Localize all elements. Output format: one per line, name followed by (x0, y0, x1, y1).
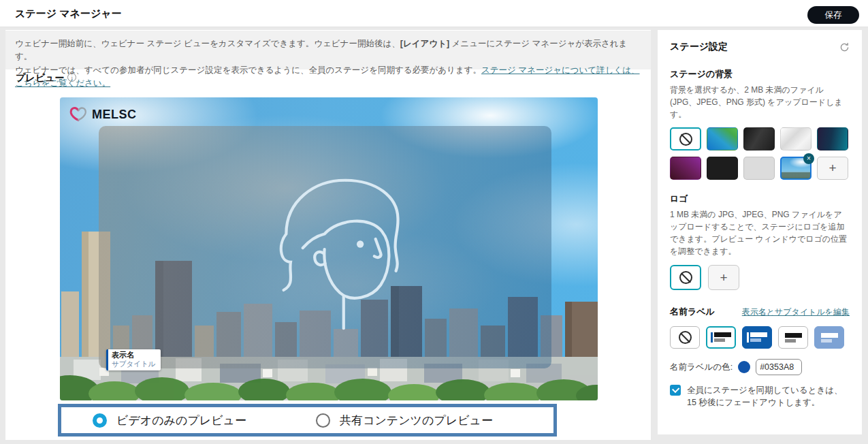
background-thumbnail-grid: × + (670, 127, 850, 180)
fadeout-checkbox-label: 全員にステージを同期しているときは、15 秒後にフェードアウトします。 (687, 384, 850, 409)
radio-unselected-icon[interactable] (316, 413, 330, 428)
logo-button-row: + (670, 265, 850, 290)
label-style-none-button[interactable] (670, 326, 700, 349)
background-blue-green-thumb[interactable] (707, 127, 738, 150)
stage-preview[interactable]: MELSC 表示名 サブタイトル (60, 97, 598, 400)
top-bar: ステージ マネージャー 保存 (0, 0, 868, 27)
save-button[interactable]: 保存 (807, 6, 859, 24)
info-line-1: ウェビナー開始前に、ウェビナー ステージ ビューをカスタマイズできます。ウェビナ… (15, 37, 640, 64)
fadeout-checkbox-row: 全員にステージを同期しているときは、15 秒後にフェードアウトします。 (670, 384, 850, 409)
layout-menu-emphasis: [レイアウト] (400, 39, 449, 48)
no-logo-icon (679, 271, 692, 284)
no-background-icon (679, 133, 692, 146)
name-label-heading: 名前ラベル (670, 306, 715, 318)
add-logo-button[interactable]: + (708, 265, 739, 290)
background-dark-wave-thumb[interactable] (743, 127, 775, 150)
radio-selected-icon[interactable] (93, 413, 107, 428)
melsc-heart-icon (69, 106, 87, 123)
remove-background-icon[interactable]: × (803, 153, 814, 164)
background-white-silk-thumb[interactable] (780, 127, 811, 150)
background-black-thumb[interactable] (707, 157, 738, 180)
name-label-header-row: 名前ラベル 表示名とサブタイトルを編集 (670, 306, 850, 318)
stage-logo-text: MELSC (92, 108, 137, 122)
info-line-2: ウェビナーでは、すべての参加者が同じステージ設定を表示できるように、全員のステー… (15, 64, 640, 91)
preview-mode-selector: ビデオのみのプレビュー 共有コンテンツのプレビュー (58, 404, 557, 437)
name-label-color-row: 名前ラベルの色: (670, 359, 850, 375)
panel-title: ステージ設定 (670, 41, 728, 53)
background-city-thumb-selected[interactable]: × (780, 157, 811, 180)
label-style-leftbar-blue-button[interactable] (742, 326, 772, 349)
main-content-card: ウェビナー開始前に、ウェビナー ステージ ビューをカスタマイズできます。ウェビナ… (5, 30, 651, 440)
name-label-chip[interactable]: 表示名 サブタイトル (106, 349, 161, 370)
radio-video-only[interactable]: ビデオのみのプレビュー (93, 413, 246, 428)
avatar-face-outline (270, 157, 423, 331)
stage-settings-panel: ステージ設定 ステージの背景 背景を選択するか、2 MB 未満のファイル (JP… (658, 30, 862, 434)
no-label-icon (679, 331, 692, 344)
radio-shared-content[interactable]: 共有コンテンツのプレビュー (316, 413, 493, 428)
stage-logo[interactable]: MELSC (69, 106, 137, 123)
logo-heading: ロゴ (670, 193, 850, 205)
background-heading: ステージの背景 (670, 68, 850, 80)
subtitle: サブタイトル (112, 360, 155, 368)
info-banner: ウェビナー開始前に、ウェビナー ステージ ビューをカスタマイズできます。ウェビナ… (5, 31, 651, 69)
background-light-gray-thumb[interactable] (743, 157, 775, 180)
preview-heading: プレビューi (16, 72, 76, 84)
color-value-input[interactable] (756, 359, 802, 375)
edit-name-subtitle-link[interactable]: 表示名とサブタイトルを編集 (742, 306, 850, 318)
refresh-icon[interactable] (839, 42, 850, 52)
color-label: 名前ラベルの色: (670, 362, 733, 373)
page-title: ステージ マネージャー (15, 0, 122, 27)
logo-description: 1 MB 未満の JPG、JPEG、PNG ファイルをアップロードすることで、ス… (670, 208, 850, 257)
name-label-style-row (670, 326, 850, 349)
background-description: 背景を選択するか、2 MB 未満のファイル (JPG、JPEG、PNG 形式) … (670, 84, 850, 121)
color-swatch[interactable] (738, 361, 750, 373)
background-teal-purple-thumb[interactable] (817, 127, 848, 150)
label-style-plain-blue-button[interactable] (814, 326, 844, 349)
background-none-button[interactable] (670, 127, 701, 150)
info-icon[interactable]: i (67, 73, 76, 82)
background-magenta-thumb[interactable] (670, 157, 701, 180)
panel-header: ステージ設定 (670, 41, 850, 53)
label-style-leftbar-light-button[interactable] (706, 326, 736, 349)
label-style-plain-light-button[interactable] (778, 326, 808, 349)
logo-none-button[interactable] (670, 265, 701, 290)
add-background-button[interactable]: + (817, 157, 848, 180)
fadeout-checkbox[interactable] (670, 385, 681, 396)
display-name: 表示名 (112, 351, 155, 360)
